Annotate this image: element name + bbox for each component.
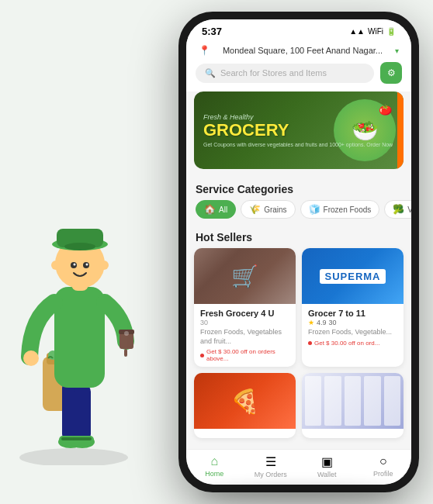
bottom-navigation: ⌂ Home ☰ My Orders ▣ Wallet ○ Profile <box>186 449 411 485</box>
store-info-pizza <box>194 429 296 438</box>
location-address: Mondeal Square, 100 Feet Anand Nagar... <box>213 46 392 55</box>
store-offer: Get $ 30.00 off on orders above... <box>200 348 289 362</box>
delivery-person <box>0 78 144 465</box>
orders-nav-icon: ☰ <box>265 454 276 469</box>
offer-dot-icon <box>308 341 312 345</box>
supermarket-label: SUPERMA <box>320 269 385 284</box>
banner-text: Fresh & Healthy GROCERY Get Coupons with… <box>194 104 404 156</box>
search-input-wrap[interactable]: 🔍 Search for Stores and Items <box>196 64 374 83</box>
phone-shadow <box>198 485 400 500</box>
location-pin-icon: 📍 <box>199 45 210 56</box>
wallet-nav-label: Wallet <box>317 471 337 478</box>
profile-nav-icon: ○ <box>379 454 387 468</box>
store-count: 30 <box>200 319 289 326</box>
store-description-grocer: Frozen Foods, Vegetable... <box>308 328 397 337</box>
category-frozen-label: Frozen Foods <box>324 205 372 214</box>
banner-title: GROCERY <box>203 121 394 140</box>
svg-rect-15 <box>73 437 92 440</box>
category-pills: 🏠 All 🌾 Grains 🧊 Frozen Foods 🥦 Vegetab.… <box>186 200 411 225</box>
search-placeholder: Search for Stores and Items <box>220 68 327 78</box>
svg-point-30 <box>86 264 88 266</box>
nav-my-orders[interactable]: ☰ My Orders <box>243 454 300 478</box>
category-grains-label: Grains <box>264 205 286 214</box>
orders-nav-label: My Orders <box>255 471 287 478</box>
store-rating: ★ 4.9 30 <box>308 319 397 326</box>
svg-rect-9 <box>74 384 91 442</box>
nav-home[interactable]: ⌂ Home <box>186 454 243 478</box>
store-image-grocer-7-11: SUPERMA <box>302 248 404 304</box>
grains-category-icon: 🌾 <box>249 204 261 215</box>
hot-sellers-title: Hot Sellers <box>186 225 411 248</box>
store-image-fresh-grocery: 🛒 <box>194 248 296 304</box>
svg-point-21 <box>124 331 129 336</box>
location-bar[interactable]: 📍 Mondeal Square, 100 Feet Anand Nagar..… <box>186 40 411 62</box>
svg-point-17 <box>23 350 39 366</box>
svg-point-31 <box>51 261 61 270</box>
rating-count: 30 <box>329 319 337 326</box>
store-card-aisle[interactable] <box>302 373 404 438</box>
category-all-label: All <box>219 205 227 214</box>
chevron-down-icon: ▾ <box>395 47 399 55</box>
offer-text-grocer: Get $ 30.00 off on ord... <box>314 340 379 347</box>
phone-device: 5:37 ▲▲ WiFi 🔋 📍 Mondeal Square, 100 Fee… <box>178 12 419 492</box>
status-bar: 5:37 ▲▲ WiFi 🔋 <box>186 19 411 40</box>
signal-icon: ▲▲ <box>349 27 365 36</box>
category-all[interactable]: 🏠 All <box>196 200 236 219</box>
profile-nav-label: Profile <box>373 470 393 478</box>
main-content: Fresh & Healthy GROCERY Get Coupons with… <box>186 91 411 456</box>
promo-banner[interactable]: Fresh & Healthy GROCERY Get Coupons with… <box>194 91 404 169</box>
banner-description: Get Coupons with diverse vegetables and … <box>203 142 394 147</box>
home-nav-label: Home <box>205 470 223 478</box>
svg-point-0 <box>19 448 128 465</box>
store-card-pizza[interactable]: 🍕 <box>194 373 296 438</box>
all-category-icon: 🏠 <box>204 204 216 215</box>
rating-value: 4.9 <box>317 319 327 326</box>
battery-icon: 🔋 <box>386 27 396 36</box>
svg-point-26 <box>64 243 95 250</box>
category-grains[interactable]: 🌾 Grains <box>241 200 295 219</box>
search-icon: 🔍 <box>205 68 216 78</box>
filter-button[interactable]: ⚙ <box>380 62 402 84</box>
store-image-pizza: 🍕 <box>194 373 296 429</box>
store-name: Fresh Grocery 4 U <box>200 309 289 318</box>
search-bar: 🔍 Search for Stores and Items ⚙ <box>186 62 411 91</box>
store-card-fresh-grocery[interactable]: 🛒 Fresh Grocery 4 U 30 Frozen Foods, Veg… <box>194 248 296 367</box>
offer-dot-icon <box>200 354 204 357</box>
nav-profile[interactable]: ○ Profile <box>355 454 412 478</box>
svg-rect-20 <box>124 349 127 357</box>
store-card-grocer-7-11[interactable]: SUPERMA Grocer 7 to 11 ★ 4.9 30 Frozen F… <box>302 248 404 367</box>
svg-point-29 <box>74 264 76 266</box>
hot-sellers-grid: 🛒 Fresh Grocery 4 U 30 Frozen Foods, Veg… <box>186 248 411 446</box>
home-nav-icon: ⌂ <box>210 454 218 468</box>
service-categories-title: Service Categories <box>186 177 411 200</box>
status-icons: ▲▲ WiFi 🔋 <box>349 27 396 36</box>
category-frozen-foods[interactable]: 🧊 Frozen Foods <box>300 200 380 219</box>
store-image-aisle <box>302 373 404 429</box>
filter-icon: ⚙ <box>387 67 396 78</box>
store-info-grocer: Grocer 7 to 11 ★ 4.9 30 Frozen Foods, Ve… <box>302 304 404 351</box>
star-icon: ★ <box>308 319 314 326</box>
svg-point-32 <box>99 261 109 270</box>
offer-text: Get $ 30.00 off on orders above... <box>206 348 289 362</box>
status-time: 5:37 <box>202 26 222 37</box>
veggies-category-icon: 🥦 <box>393 204 404 215</box>
category-vegetables-label: Vegetab... <box>407 205 411 214</box>
store-info-aisle <box>302 429 404 438</box>
wallet-nav-icon: ▣ <box>321 454 333 469</box>
wifi-icon: WiFi <box>368 27 383 36</box>
store-info-fresh-grocery: Fresh Grocery 4 U 30 Frozen Foods, Veget… <box>194 304 296 367</box>
frozen-category-icon: 🧊 <box>309 204 320 215</box>
store-description: Frozen Foods, Vegetables and fruit... <box>200 328 289 346</box>
store-name-grocer: Grocer 7 to 11 <box>308 309 397 318</box>
nav-wallet[interactable]: ▣ Wallet <box>299 454 355 478</box>
category-vegetables[interactable]: 🥦 Vegetab... <box>384 200 411 219</box>
store-offer-grocer: Get $ 30.00 off on ord... <box>308 340 397 347</box>
